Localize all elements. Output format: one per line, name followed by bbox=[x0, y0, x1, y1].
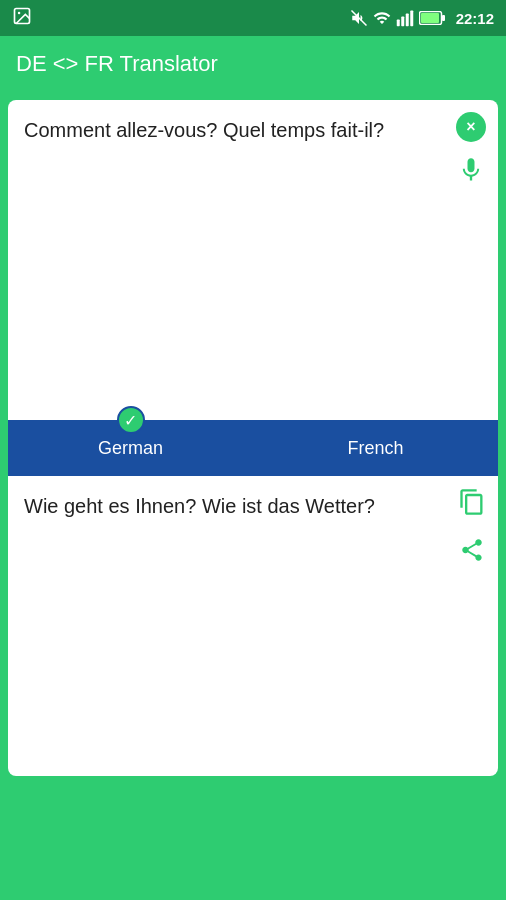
mic-icon bbox=[457, 156, 485, 184]
app-title: DE <> FR Translator bbox=[16, 51, 218, 77]
active-check-circle: ✓ bbox=[117, 406, 145, 434]
svg-rect-4 bbox=[401, 17, 404, 27]
input-text[interactable]: Comment allez-vous? Quel temps fait-il? bbox=[24, 116, 482, 144]
svg-rect-9 bbox=[442, 15, 445, 21]
status-icons: 22:12 bbox=[350, 9, 494, 27]
muted-icon bbox=[350, 9, 368, 27]
svg-rect-3 bbox=[396, 20, 399, 27]
signal-icon bbox=[396, 9, 414, 27]
close-icon: × bbox=[466, 118, 475, 136]
main-content: Comment allez-vous? Quel temps fait-il? … bbox=[0, 92, 506, 784]
copy-button[interactable] bbox=[458, 488, 486, 523]
clear-button[interactable]: × bbox=[456, 112, 486, 142]
share-icon bbox=[459, 537, 485, 563]
app-bar: DE <> FR Translator bbox=[0, 36, 506, 92]
french-label: French bbox=[347, 438, 403, 459]
german-label: German bbox=[98, 438, 163, 459]
svg-rect-5 bbox=[405, 14, 408, 27]
status-time: 22:12 bbox=[456, 10, 494, 27]
french-language-button[interactable]: French bbox=[253, 420, 498, 476]
german-language-button[interactable]: ✓ German bbox=[8, 420, 253, 476]
svg-rect-6 bbox=[410, 11, 413, 27]
svg-point-1 bbox=[18, 12, 20, 14]
check-icon: ✓ bbox=[124, 411, 137, 430]
share-button[interactable] bbox=[459, 537, 485, 569]
language-bar: ✓ German French bbox=[8, 420, 498, 476]
output-text: Wie geht es Ihnen? Wie ist das Wetter? bbox=[24, 492, 482, 520]
input-card-actions: × bbox=[456, 112, 486, 191]
status-bar: 22:12 bbox=[0, 0, 506, 36]
output-card-actions bbox=[458, 488, 486, 569]
input-card: Comment allez-vous? Quel temps fait-il? … bbox=[8, 100, 498, 420]
battery-icon bbox=[419, 11, 445, 25]
wifi-icon bbox=[373, 9, 391, 27]
output-card: Wie geht es Ihnen? Wie ist das Wetter? bbox=[8, 476, 498, 776]
mic-button[interactable] bbox=[457, 156, 485, 191]
image-icon bbox=[12, 6, 32, 26]
status-bar-left-icon bbox=[12, 6, 32, 30]
copy-icon bbox=[458, 488, 486, 516]
svg-rect-8 bbox=[421, 13, 439, 23]
